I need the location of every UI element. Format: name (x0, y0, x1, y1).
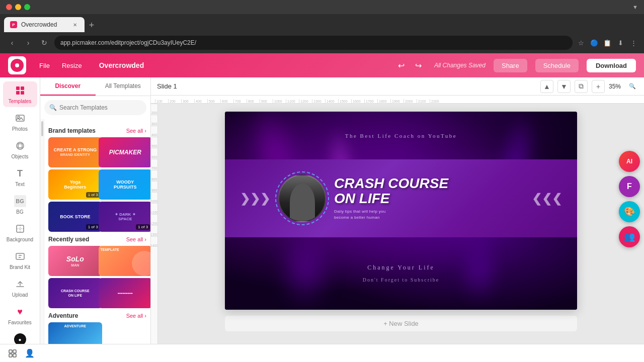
ruler-mark: 600 (220, 99, 233, 103)
template-thumb-3[interactable]: YogaBeginners 1 of 3 (48, 169, 102, 200)
file-menu[interactable]: File (34, 60, 55, 71)
f-float-button[interactable]: F (619, 176, 640, 197)
slide-title-block: CRASH COURSE ON LIFE Daily tips that wil… (334, 176, 524, 221)
browser-action-icons: ☆ 🔵 📋 ⬇ ⋮ (577, 38, 638, 47)
close-button[interactable] (6, 4, 12, 10)
slide-add-icon[interactable]: + (592, 80, 605, 93)
sidebar-item-unsplash[interactable]: ● Unsplash (3, 330, 37, 344)
ruler-mark: 1500 (338, 99, 351, 103)
ai-float-button[interactable]: AI (619, 151, 640, 172)
svg-rect-1 (21, 86, 24, 90)
download-browser-icon[interactable]: ⬇ (616, 38, 625, 47)
upload-icon (14, 278, 26, 290)
tab-close-icon[interactable]: ✕ (71, 21, 78, 28)
v-ruler-mark: 800 (151, 170, 157, 181)
app-logo[interactable] (8, 56, 26, 74)
template-thumb-6[interactable]: ✦ DARK ✦SPACE 1 of 3 (99, 202, 151, 232)
svg-rect-8 (17, 225, 24, 232)
slide-title-line2: ON LIFE (334, 191, 389, 206)
slide-bottom-text2-container: Don't Forget to Subscribe (225, 275, 577, 284)
ruler-mark: 100 (155, 99, 168, 103)
template-thumb-crash2[interactable]: ━━━━━━ (99, 278, 151, 308)
download-button[interactable]: Download (587, 59, 636, 72)
sidebar-upload-label: Upload (12, 292, 28, 298)
sidebar-item-background[interactable]: Background (3, 220, 37, 245)
v-ruler-mark: 300 (151, 115, 157, 126)
sidebar-item-bg[interactable]: BG BG (3, 192, 37, 218)
v-ruler-mark: 1100 (151, 203, 157, 214)
undo-button[interactable]: ↩ (394, 58, 409, 73)
horizontal-ruler: 100 200 300 400 500 600 700 800 900 1000… (151, 96, 644, 104)
sidebar-item-objects[interactable]: Objects (3, 137, 37, 162)
right-float-buttons: AI F 🎨 👥 (619, 151, 640, 247)
favourites-icon: ♥ (14, 306, 26, 318)
svg-rect-10 (9, 350, 12, 353)
ruler-mark: 800 (247, 99, 260, 103)
extension-icon1[interactable]: 🔵 (590, 38, 599, 47)
share2-float-button[interactable]: 👥 (619, 226, 640, 247)
sidebar-favourites-label: Favourites (8, 320, 32, 325)
tab-title: Overcrowded (21, 21, 57, 28)
resize-menu[interactable]: Resize (57, 60, 87, 71)
maximize-button[interactable] (24, 4, 30, 10)
portrait-container[interactable] (278, 174, 326, 222)
extension-icon2[interactable]: 📋 (603, 38, 612, 47)
slide-down-icon[interactable]: ▼ (557, 80, 571, 93)
person-icon[interactable]: 👤 (23, 347, 36, 360)
slide-up-icon[interactable]: ▲ (540, 80, 553, 93)
new-tab-button[interactable]: + (85, 18, 99, 32)
templates-panel: Discover All Templates 🔍 Brand templates (40, 77, 151, 344)
sidebar-item-photos[interactable]: Photos (3, 109, 37, 135)
reload-button[interactable]: ↻ (38, 37, 50, 49)
menu-icon[interactable]: ⋮ (629, 38, 638, 47)
slide[interactable]: The Best Life Coach on YouTube ❯ ❯ ❯ (225, 112, 577, 310)
app-main: Templates Photos (0, 77, 644, 344)
sidebar-icons: Templates Photos (0, 77, 40, 344)
share-button[interactable]: Share (494, 59, 527, 72)
project-name[interactable]: Overcrowded (99, 61, 144, 69)
brand-see-all[interactable]: See all › (126, 128, 146, 134)
sidebar-item-favourites[interactable]: ♥ Favourites (3, 303, 37, 328)
active-tab[interactable]: P Overcrowded ✕ (4, 17, 85, 32)
template-thumb-solo[interactable]: SoLo MAN (48, 246, 102, 276)
sidebar-item-upload[interactable]: Upload (3, 275, 37, 301)
minimize-button[interactable] (15, 4, 21, 10)
tab-discover[interactable]: Discover (40, 77, 96, 96)
sidebar-item-templates[interactable]: Templates (3, 81, 37, 107)
sidebar-item-brandkit[interactable]: Brand Kit (3, 247, 37, 273)
palette-float-button[interactable]: 🎨 (619, 201, 640, 222)
template-thumb-2[interactable]: PICMAKER (99, 137, 151, 167)
canvas-scroll[interactable]: The Best Life Coach on YouTube ❯ ❯ ❯ (158, 104, 644, 344)
tab-all-templates[interactable]: All Templates (96, 77, 151, 96)
back-button[interactable]: ‹ (6, 37, 18, 49)
forward-button[interactable]: › (22, 37, 34, 49)
right-arrows: ❮ ❮ ❮ (532, 192, 562, 206)
slide-copy-icon[interactable]: ⧉ (575, 80, 588, 93)
svg-rect-0 (16, 86, 20, 90)
grid-view-icon[interactable] (6, 347, 19, 360)
new-slide-button[interactable]: + New Slide (225, 316, 577, 331)
v-ruler-mark: 1000 (151, 192, 157, 203)
bookmark-icon[interactable]: ☆ (577, 38, 586, 47)
template-thumb-4[interactable]: WOODYPURSUITS (99, 169, 151, 200)
tab-favicon: P (10, 21, 17, 28)
template-thumb-orange[interactable]: TEMPLATE (99, 246, 151, 276)
redo-button[interactable]: ↪ (411, 58, 426, 73)
adventure-see-all[interactable]: See all › (126, 313, 146, 319)
ruler-mark: 1800 (377, 99, 390, 103)
svg-rect-7 (18, 144, 22, 148)
sidebar-item-text[interactable]: T Text (3, 164, 37, 190)
template-thumb-crash1[interactable]: CRASH COURSEON LIFE (48, 278, 102, 308)
template-thumb-5[interactable]: BOOK STORE 1 of 3 (48, 202, 102, 232)
search-input[interactable] (44, 100, 146, 115)
template-thumb-adventure1[interactable]: ADVENTURE (48, 322, 102, 344)
zoom-label: 35% (609, 83, 621, 90)
logo-inner (11, 59, 24, 72)
sidebar-bg-label: BG (16, 209, 23, 215)
scroll-handle[interactable] (41, 121, 43, 136)
address-bar[interactable]: app.picmaker.com/editproject/ogjCDu3ayIU… (54, 36, 573, 50)
brand-section-title: Brand templates (48, 127, 96, 134)
template-thumb-1[interactable]: CREATE A STRONG BRAND IDENTITY (48, 137, 102, 167)
recent-see-all[interactable]: See all › (126, 236, 146, 242)
schedule-button[interactable]: Schedule (535, 59, 579, 72)
